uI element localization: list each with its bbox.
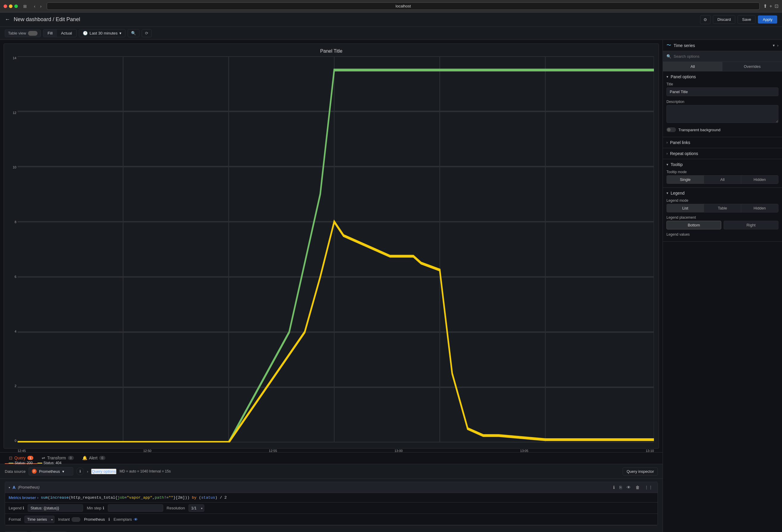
min-step-info-icon: ℹ [103, 506, 104, 510]
query-inspector-button[interactable]: Query inspector [623, 467, 658, 476]
settings-button[interactable]: ⚙ [700, 15, 711, 24]
data-source-label: Data source [5, 469, 26, 474]
legend-right-button[interactable]: Right [724, 221, 778, 229]
resolution-label: Resolution [167, 506, 185, 510]
min-step-label: Min step ℹ [87, 506, 104, 510]
instant-switch[interactable] [71, 517, 80, 522]
browser-nav: ‹ › [32, 3, 43, 9]
repeat-options-label: Repeat options [670, 151, 698, 156]
save-button[interactable]: Save [738, 15, 755, 24]
back-button[interactable]: ‹ [32, 3, 37, 9]
qe-metric: http_requests_total [71, 495, 115, 500]
repeat-options-header[interactable]: › Repeat options [663, 148, 782, 159]
legend-label: Legend ℹ [9, 506, 24, 510]
new-tab-icon[interactable]: + [770, 3, 772, 9]
y-label-2: 2 [14, 384, 16, 388]
legend-list-button[interactable]: List [667, 204, 704, 212]
fill-button[interactable]: Fill [43, 30, 57, 37]
exemplars-label: Exemplars 👁 [113, 517, 138, 522]
query-tab-icon: ⊡ [9, 456, 12, 460]
minimize-traffic-light[interactable] [9, 4, 12, 8]
query-options-label: Query options [92, 469, 116, 474]
main-layout: Panel Title 14 12 10 8 6 4 2 0 [0, 40, 782, 532]
refresh-button[interactable]: ⟳ [142, 29, 151, 37]
data-source-select[interactable]: P Prometheus ▾ [29, 467, 73, 476]
min-step-input[interactable] [108, 504, 163, 512]
transparent-toggle[interactable] [667, 127, 676, 132]
data-source-info-button[interactable]: ℹ [76, 467, 84, 475]
time-range-button[interactable]: 🕐 Last 30 minutes ▾ [79, 29, 126, 37]
legend-hidden-button[interactable]: Hidden [741, 204, 778, 212]
maximize-traffic-light[interactable] [14, 4, 18, 8]
search-input[interactable] [674, 54, 778, 59]
exemplars-label-text: Exemplars [113, 517, 132, 522]
page-title: New dashboard / Edit Panel [14, 16, 700, 23]
forward-button[interactable]: › [38, 3, 43, 9]
left-panel: Panel Title 14 12 10 8 6 4 2 0 [0, 40, 663, 532]
query-delete-button[interactable]: 🗑 [634, 484, 641, 490]
tooltip-single-button[interactable]: Single [667, 176, 704, 184]
sidebar-toggle-button[interactable]: ⊞ [22, 3, 29, 9]
share-icon[interactable]: ⬆ [763, 3, 767, 9]
transparent-row: Transparent background [667, 127, 778, 132]
exemplars-eye-button[interactable]: 👁 [134, 517, 138, 522]
query-tab-label: Query [14, 456, 26, 460]
tooltip-header[interactable]: ▾ Tooltip [663, 159, 782, 170]
extensions-icon[interactable]: ⊡ [775, 3, 778, 9]
query-help-button[interactable]: ℹ [612, 484, 616, 490]
toolbar: Table view Fill Actual 🕐 Last 30 minutes… [0, 27, 782, 40]
y-label-12: 12 [13, 111, 16, 115]
x-label-1245: 12:45 [17, 449, 26, 453]
tooltip-all-button[interactable]: All [704, 176, 741, 184]
legend-input[interactable] [28, 504, 83, 512]
title-label: Title [667, 82, 778, 86]
format-select[interactable]: Time series [25, 516, 55, 523]
metrics-browser-button[interactable]: Metrics browser › [9, 495, 38, 500]
app-header: ← New dashboard / Edit Panel ⚙ Discard S… [0, 12, 782, 27]
query-duplicate-button[interactable]: ⎘ [618, 484, 623, 490]
legend-color-200 [9, 463, 13, 463]
tab-overrides[interactable]: Overrides [722, 62, 782, 71]
actual-button[interactable]: Actual [57, 30, 76, 37]
query-visibility-button[interactable]: 👁 [625, 484, 632, 490]
query-letter: A [12, 485, 15, 490]
chart-svg [17, 56, 654, 443]
panel-links-header[interactable]: › Panel links [663, 137, 782, 148]
table-view-switch[interactable] [28, 31, 38, 36]
legend-row: Legend ℹ Min step ℹ Resolution 1/1 [5, 502, 657, 514]
description-textarea[interactable] [667, 105, 778, 123]
title-input[interactable] [667, 87, 778, 96]
right-panel: 〜 Time series ▾ › 🔍 All Overrides ▾ Pane… [663, 40, 782, 532]
query-drag-handle[interactable]: ⋮⋮ [643, 484, 654, 490]
chevron-right-icon: › [87, 469, 88, 474]
apply-button[interactable]: Apply [758, 15, 777, 24]
legend-placement-label: Legend placement [667, 216, 778, 220]
legend-header[interactable]: ▾ Legend [663, 188, 782, 198]
legend-content: Legend mode List Table Hidden Legend pla… [663, 198, 782, 241]
tooltip-hidden-button[interactable]: Hidden [741, 176, 778, 184]
panel-options-header[interactable]: ▾ Panel options [663, 71, 782, 82]
query-expression[interactable]: sum(increase(http_requests_total{job="va… [41, 495, 654, 500]
zoom-out-button[interactable]: 🔍 [128, 29, 139, 37]
query-options-button[interactable]: Query options [91, 469, 116, 474]
legend-mode-label: Legend mode [667, 198, 778, 203]
url-bar[interactable]: localhost [47, 2, 759, 10]
legend-bottom-button[interactable]: Bottom [667, 221, 721, 229]
legend-placement-row: Bottom Right [667, 221, 778, 229]
collapse-arrow[interactable]: ▾ [9, 486, 10, 489]
panel-links-label: Panel links [670, 140, 690, 145]
panel-options-label: Panel options [671, 74, 696, 79]
tab-all[interactable]: All [663, 62, 722, 71]
close-traffic-light[interactable] [4, 4, 7, 8]
resolution-select[interactable]: 1/1 [188, 504, 204, 512]
y-label-0: 0 [14, 439, 16, 443]
tooltip-mode-label: Tooltip mode [667, 170, 778, 174]
repeat-options-section: › Repeat options [663, 148, 782, 159]
instant-toggle: Instant [58, 517, 80, 522]
table-view-toggle[interactable]: Table view [5, 30, 41, 37]
legend-table-button[interactable]: Table [704, 204, 741, 212]
x-label-1255: 12:55 [269, 449, 277, 453]
discard-button[interactable]: Discard [713, 15, 735, 24]
y-label-14: 14 [13, 56, 16, 60]
back-button[interactable]: ← [5, 16, 10, 23]
